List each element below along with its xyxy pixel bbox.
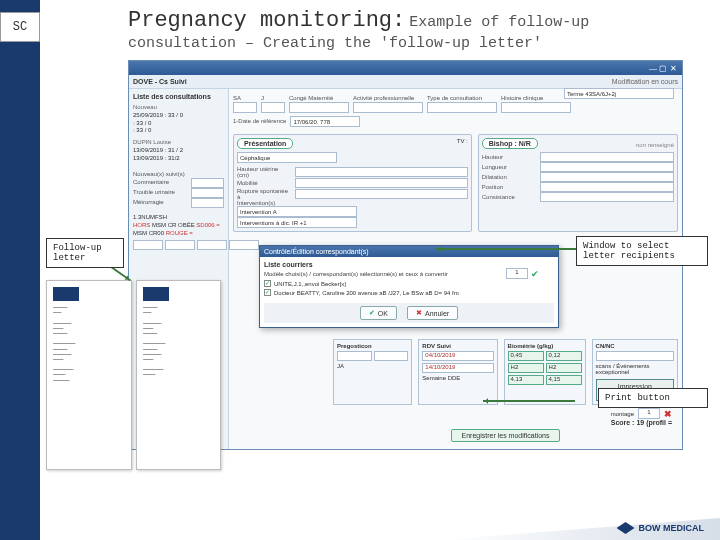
callout-followup: Follow-up letter — [46, 238, 124, 268]
cn-inp[interactable] — [596, 351, 674, 361]
recipient-item[interactable]: UNITE,J.1,,envoi Becker[x] — [264, 279, 554, 288]
date2[interactable]: 14/10/2019 — [422, 363, 493, 373]
bishop-hdr: Bishop : N/R — [482, 138, 538, 149]
list-item[interactable]: : 33 / 0 — [133, 127, 224, 135]
haut-inp[interactable] — [295, 167, 468, 177]
b-dil-inp[interactable] — [540, 172, 674, 182]
consult-list-title: Liste des consultations — [133, 93, 224, 100]
biom-val[interactable]: 4,15 — [546, 375, 582, 385]
sem-lbl: Semaine DDE — [422, 375, 493, 381]
hors-label: HORS — [133, 222, 150, 228]
brand-logo: BOW MEDICAL — [617, 522, 705, 534]
list-item[interactable]: 13/09/2019 : 31 / 2 — [133, 147, 224, 155]
bl-inp[interactable] — [197, 240, 227, 250]
window-controls[interactable]: —▢✕ — [648, 64, 678, 73]
b-dil-lbl: Dilatation — [482, 174, 537, 180]
patient-tab[interactable]: DOVE - Cs Suivi — [133, 78, 187, 85]
check-icon[interactable]: ✔ — [531, 269, 539, 279]
list-item[interactable]: : 33 / 0 — [133, 120, 224, 128]
msm-label: MSM CR OBÉE — [152, 222, 195, 228]
biom-val[interactable]: H2 — [508, 363, 544, 373]
cancel-button[interactable]: ✖Annuler — [407, 306, 458, 320]
rupt-inp[interactable] — [295, 189, 468, 199]
preg-inp[interactable] — [374, 351, 409, 361]
delete-icon[interactable]: ✖ — [664, 409, 672, 419]
preg-inp[interactable] — [337, 351, 372, 361]
logo-icon — [617, 522, 635, 534]
bishop-box: Bishop : N/R non renseigné Hauteur Longu… — [478, 134, 678, 232]
correspondent-dialog: Contrôle/Édition correspondant(s) Liste … — [259, 245, 559, 328]
checkbox-icon[interactable] — [264, 280, 271, 287]
date-ref-lbl: 1-Date de référence — [233, 118, 286, 124]
mob-lbl: Mobilité — [237, 180, 292, 186]
biom-val[interactable]: 0,45 — [508, 351, 544, 361]
date-ref-val[interactable]: 17/06/20. 778 — [290, 116, 360, 127]
recipient-text: Docteur BEATTY, Caroline 200 avenue aB /… — [274, 290, 459, 296]
preg-title: Pregosticon — [337, 343, 408, 349]
bishop-score: non renseigné — [636, 142, 674, 148]
slide-title: Pregnancy monitoring: Example of follow-… — [128, 8, 710, 52]
type-input[interactable] — [427, 102, 497, 113]
callout-print: Print button — [598, 388, 708, 408]
conge-input[interactable] — [289, 102, 349, 113]
haut-lbl: Hauteur utérine (cm) — [237, 166, 292, 178]
b-haut-inp[interactable] — [540, 152, 674, 162]
mob-inp[interactable] — [295, 178, 468, 188]
bl-inp[interactable] — [133, 240, 163, 250]
conge-lbl: Congé Maternité — [289, 95, 349, 101]
score-lbl: Score : — [611, 419, 635, 426]
callout-recipients: Window to select letter recipients — [576, 236, 708, 266]
minimize-icon: — — [648, 64, 658, 73]
title-line2: consultation – Creating the 'follow-up l… — [128, 35, 710, 52]
preg-box: Pregosticon JA — [333, 339, 412, 405]
hist-input[interactable] — [501, 102, 571, 113]
trouble-input[interactable] — [191, 188, 224, 198]
presentation-hdr: Présentation — [237, 138, 293, 149]
list-item[interactable]: 25/09/2019 : 33 / 0 — [133, 112, 224, 120]
close-icon: ✕ — [668, 64, 678, 73]
msm2-label: MSM CR00 — [133, 230, 164, 236]
blood-row: 1.3NUMFSH — [133, 214, 224, 222]
metro-input[interactable] — [191, 198, 224, 208]
biom-val[interactable]: 4,13 — [508, 375, 544, 385]
j-input[interactable] — [261, 102, 285, 113]
count-field[interactable]: 1 — [506, 268, 528, 279]
biom-val[interactable]: H2 — [546, 363, 582, 373]
b-pos-inp[interactable] — [540, 182, 674, 192]
interv-b[interactable]: Interventions à dic. IR +1 — [237, 217, 357, 228]
b-long-inp[interactable] — [540, 162, 674, 172]
b-pos-lbl: Position — [482, 184, 537, 190]
j-lbl: J — [261, 95, 285, 101]
comment-input[interactable] — [191, 178, 224, 188]
lbl-comment: Commentaire — [133, 179, 188, 187]
lbl-metro: Métrorragie — [133, 199, 188, 207]
ok-button[interactable]: ✔OK — [360, 306, 397, 320]
biom-box: Biométrie (g/kg) 0,45 0,12 H2 H2 4,13 4,… — [504, 339, 586, 405]
date1[interactable]: 04/10/2019 — [422, 351, 493, 361]
recipient-item[interactable]: Docteur BEATTY, Caroline 200 avenue aB /… — [264, 288, 554, 297]
slide-sidebar — [0, 0, 40, 540]
footer: BOW MEDICAL — [0, 504, 720, 540]
bl-inp[interactable] — [165, 240, 195, 250]
hist-lbl: Histoire clinique — [501, 95, 571, 101]
maximize-icon: ▢ — [658, 64, 668, 73]
b-cons-inp[interactable] — [540, 192, 674, 202]
doc-page-2: ━━━━━━━━━━━━━━━━━━━━━━━━━━━━━━━━━━━━━━━━… — [136, 280, 222, 470]
sa-input[interactable] — [233, 102, 257, 113]
modif-status: Modification en cours — [612, 78, 678, 85]
cn-title: CN/NC — [596, 343, 674, 349]
act-input[interactable] — [353, 102, 423, 113]
list-item[interactable]: 13/09/2019 : 31/2 — [133, 155, 224, 163]
checkbox-icon[interactable] — [264, 289, 271, 296]
ceph-field[interactable]: Céphalique — [237, 152, 337, 163]
b-long-lbl: Longueur — [482, 164, 537, 170]
arrow-icon — [483, 400, 575, 402]
rdv-box: RDV Suivi 04/10/2019 14/10/2019 Semaine … — [418, 339, 497, 405]
title-main: Pregnancy monitoring: — [128, 8, 405, 33]
save-button[interactable]: Enregistrer les modifications — [451, 429, 561, 442]
brand-text: BOW MEDICAL — [639, 523, 705, 533]
biom-val[interactable]: 0,12 — [546, 351, 582, 361]
b-cons-lbl: Consistance — [482, 194, 537, 200]
montage-num[interactable]: 1 — [638, 408, 660, 419]
interv-a[interactable]: Intervention A — [237, 206, 357, 217]
